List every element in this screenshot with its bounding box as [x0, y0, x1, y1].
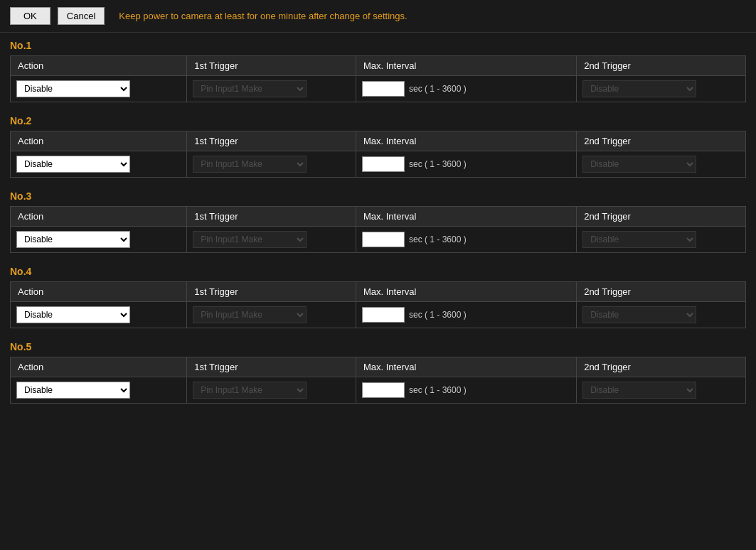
trigger1-select-2[interactable]: Pin Input1 MakePin Input1 BreakPin Input… — [193, 156, 307, 173]
header-trigger1-4: 1st Trigger — [187, 282, 356, 302]
section-no3: No.3Action1st TriggerMax. Interval2nd Tr… — [10, 190, 746, 253]
header-action-3: Action — [11, 207, 187, 227]
interval-container-3: sec ( 1 - 3600 ) — [362, 232, 570, 247]
interval-container-4: sec ( 1 - 3600 ) — [362, 307, 570, 323]
data-row-2: DisableEmailFTPHTTPPin Input1 MakePin In… — [11, 151, 746, 178]
rule-table-1: Action1st TriggerMax. Interval2nd Trigge… — [10, 55, 746, 102]
header-interval-5: Max. Interval — [356, 357, 576, 377]
header-trigger1-3: 1st Trigger — [187, 207, 356, 227]
cancel-button[interactable]: Cancel — [58, 7, 105, 25]
interval-container-5: sec ( 1 - 3600 ) — [362, 382, 570, 398]
interval-label-5: sec ( 1 - 3600 ) — [409, 385, 467, 395]
data-row-4: DisableEmailFTPHTTPPin Input1 MakePin In… — [11, 302, 746, 328]
section-no1: No.1Action1st TriggerMax. Interval2nd Tr… — [10, 40, 746, 102]
interval-label-3: sec ( 1 - 3600 ) — [409, 234, 467, 244]
header-action-2: Action — [11, 131, 187, 151]
interval-label-1: sec ( 1 - 3600 ) — [409, 84, 467, 94]
trigger2-select-5[interactable]: DisablePin Input1 MakePin Input1 Break — [582, 382, 696, 399]
header-trigger2-2: 2nd Trigger — [577, 131, 746, 151]
interval-label-2: sec ( 1 - 3600 ) — [409, 159, 467, 169]
trigger2-select-1[interactable]: DisablePin Input1 MakePin Input1 Break — [582, 80, 696, 97]
action-select-1[interactable]: DisableEmailFTPHTTP — [16, 80, 130, 97]
section-title-4: No.4 — [10, 266, 746, 277]
header-interval-3: Max. Interval — [356, 207, 576, 227]
header-action-5: Action — [11, 357, 187, 377]
section-no2: No.2Action1st TriggerMax. Interval2nd Tr… — [10, 115, 746, 178]
rule-table-4: Action1st TriggerMax. Interval2nd Trigge… — [10, 281, 746, 328]
trigger1-select-4[interactable]: Pin Input1 MakePin Input1 BreakPin Input… — [193, 306, 307, 323]
trigger1-select-5[interactable]: Pin Input1 MakePin Input1 BreakPin Input… — [193, 382, 307, 399]
trigger1-select-3[interactable]: Pin Input1 MakePin Input1 BreakPin Input… — [193, 231, 307, 248]
interval-input-4[interactable] — [362, 307, 405, 323]
header-trigger2-5: 2nd Trigger — [577, 357, 746, 377]
header-trigger2-3: 2nd Trigger — [577, 207, 746, 227]
rule-table-2: Action1st TriggerMax. Interval2nd Trigge… — [10, 131, 746, 178]
content-area: No.1Action1st TriggerMax. Interval2nd Tr… — [0, 33, 756, 424]
header-trigger1-5: 1st Trigger — [187, 357, 356, 377]
header-trigger1-1: 1st Trigger — [187, 56, 356, 76]
header-interval-2: Max. Interval — [356, 131, 576, 151]
action-select-5[interactable]: DisableEmailFTPHTTP — [16, 382, 130, 399]
header-trigger1-2: 1st Trigger — [187, 131, 356, 151]
section-title-2: No.2 — [10, 115, 746, 126]
action-select-4[interactable]: DisableEmailFTPHTTP — [16, 306, 130, 323]
action-select-3[interactable]: DisableEmailFTPHTTP — [16, 231, 130, 248]
action-select-2[interactable]: DisableEmailFTPHTTP — [16, 156, 130, 173]
interval-input-1[interactable] — [362, 81, 405, 97]
data-row-1: DisableEmailFTPHTTPPin Input1 MakePin In… — [11, 76, 746, 102]
trigger2-select-2[interactable]: DisablePin Input1 MakePin Input1 Break — [582, 156, 696, 173]
interval-container-1: sec ( 1 - 3600 ) — [362, 81, 570, 97]
section-title-3: No.3 — [10, 190, 746, 202]
header-interval-4: Max. Interval — [356, 282, 576, 302]
ok-button[interactable]: OK — [10, 7, 50, 25]
trigger2-select-3[interactable]: DisablePin Input1 MakePin Input1 Break — [582, 231, 696, 248]
trigger1-select-1[interactable]: Pin Input1 MakePin Input1 BreakPin Input… — [193, 80, 307, 97]
interval-label-4: sec ( 1 - 3600 ) — [409, 310, 467, 320]
data-row-3: DisableEmailFTPHTTPPin Input1 MakePin In… — [11, 227, 746, 253]
trigger2-select-4[interactable]: DisablePin Input1 MakePin Input1 Break — [582, 306, 696, 323]
header-interval-1: Max. Interval — [356, 56, 576, 76]
interval-input-2[interactable] — [362, 156, 405, 172]
notice-text: Keep power to camera at least for one mi… — [119, 11, 407, 21]
top-bar: OK Cancel Keep power to camera at least … — [0, 0, 756, 33]
section-no4: No.4Action1st TriggerMax. Interval2nd Tr… — [10, 266, 746, 328]
header-trigger2-1: 2nd Trigger — [577, 56, 746, 76]
data-row-5: DisableEmailFTPHTTPPin Input1 MakePin In… — [11, 377, 746, 404]
interval-input-3[interactable] — [362, 232, 405, 247]
section-no5: No.5Action1st TriggerMax. Interval2nd Tr… — [10, 341, 746, 404]
rule-table-5: Action1st TriggerMax. Interval2nd Trigge… — [10, 357, 746, 404]
interval-input-5[interactable] — [362, 382, 405, 398]
header-trigger2-4: 2nd Trigger — [577, 282, 746, 302]
section-title-1: No.1 — [10, 40, 746, 51]
header-action-1: Action — [11, 56, 187, 76]
section-title-5: No.5 — [10, 341, 746, 352]
rule-table-3: Action1st TriggerMax. Interval2nd Trigge… — [10, 206, 746, 253]
interval-container-2: sec ( 1 - 3600 ) — [362, 156, 570, 172]
header-action-4: Action — [11, 282, 187, 302]
